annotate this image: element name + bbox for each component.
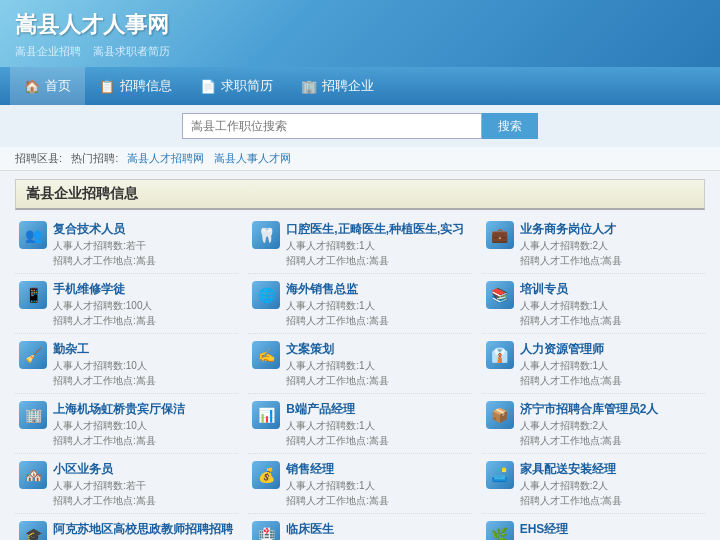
breadcrumb: 招聘区县: 热门招聘: 嵩县人才招聘网 嵩县人事人才网 [0,147,720,171]
job-title[interactable]: 口腔医生,正畸医生,种植医生,实习 [286,221,467,238]
job-meta: 人事人才招聘数:1人招聘人才工作地点:嵩县 [286,478,467,508]
job-icon: 👔 [486,341,514,369]
job-title[interactable]: 培训专员 [520,281,701,298]
job-list-item[interactable]: 🏘️ 小区业务员 人事人才招聘数:若干招聘人才工作地点:嵩县 [15,456,238,514]
job-list-item[interactable]: 🦷 口腔医生,正畸医生,种植医生,实习 人事人才招聘数:1人招聘人才工作地点:嵩… [248,216,471,274]
job-icon: 🛋️ [486,461,514,489]
job-icon: 💼 [486,221,514,249]
search-button[interactable]: 搜索 [482,113,538,139]
job-list-item[interactable]: 🌿 EHS经理 人事人才招聘数:1人招聘人才工作地点:嵩县 [482,516,705,540]
job-list-item[interactable]: 📚 培训专员 人事人才招聘数:1人招聘人才工作地点:嵩县 [482,276,705,334]
job-list-item[interactable]: 🏢 上海机场虹桥贵宾厅保洁 人事人才招聘数:10人招聘人才工作地点:嵩县 [15,396,238,454]
job-icon: 🌐 [252,281,280,309]
job-list-item[interactable]: 👔 人力资源管理师 人事人才招聘数:1人招聘人才工作地点:嵩县 [482,336,705,394]
section-header: 嵩县企业招聘信息 [15,179,705,210]
job-meta: 人事人才招聘数:2人招聘人才工作地点:嵩县 [520,418,701,448]
job-icon: 💰 [252,461,280,489]
job-details: 手机维修学徒 人事人才招聘数:100人招聘人才工作地点:嵩县 [53,281,234,328]
breadcrumb-link-1[interactable]: 嵩县人才招聘网 [127,152,204,164]
main-content: 嵩县企业招聘信息 👥 复合技术人员 人事人才招聘数:若干招聘人才工作地点:嵩县 … [0,171,720,540]
job-details: 小区业务员 人事人才招聘数:若干招聘人才工作地点:嵩县 [53,461,234,508]
job-title[interactable]: 济宁市招聘合库管理员2人 [520,401,701,418]
job-details: 人力资源管理师 人事人才招聘数:1人招聘人才工作地点:嵩县 [520,341,701,388]
job-title[interactable]: B端产品经理 [286,401,467,418]
nav-item-招聘企业[interactable]: 🏢招聘企业 [287,67,388,105]
site-subtitle: 嵩县企业招聘 嵩县求职者简历 [15,44,705,59]
job-details: 海外销售总监 人事人才招聘数:1人招聘人才工作地点:嵩县 [286,281,467,328]
breadcrumb-link-2[interactable]: 嵩县人事人才网 [214,152,291,164]
job-icon: 👥 [19,221,47,249]
job-icon: 📊 [252,401,280,429]
job-details: B端产品经理 人事人才招聘数:1人招聘人才工作地点:嵩县 [286,401,467,448]
nav-label: 招聘信息 [120,77,172,95]
job-meta: 人事人才招聘数:若干招聘人才工作地点:嵩县 [53,478,234,508]
job-title[interactable]: 复合技术人员 [53,221,234,238]
job-list-item[interactable]: 📊 B端产品经理 人事人才招聘数:1人招聘人才工作地点:嵩县 [248,396,471,454]
job-title[interactable]: 文案策划 [286,341,467,358]
job-title[interactable]: 上海机场虹桥贵宾厅保洁 [53,401,234,418]
job-meta: 人事人才招聘数:10人招聘人才工作地点:嵩县 [53,358,234,388]
job-details: 上海机场虹桥贵宾厅保洁 人事人才招聘数:10人招聘人才工作地点:嵩县 [53,401,234,448]
job-title[interactable]: 人力资源管理师 [520,341,701,358]
job-list-item[interactable]: 📦 济宁市招聘合库管理员2人 人事人才招聘数:2人招聘人才工作地点:嵩县 [482,396,705,454]
job-details: 口腔医生,正畸医生,种植医生,实习 人事人才招聘数:1人招聘人才工作地点:嵩县 [286,221,467,268]
subtitle-left[interactable]: 嵩县企业招聘 [15,45,81,57]
hot-label: 热门招聘: [71,152,118,164]
job-details: 业务商务岗位人才 人事人才招聘数:2人招聘人才工作地点:嵩县 [520,221,701,268]
job-details: 济宁市招聘合库管理员2人 人事人才招聘数:2人招聘人才工作地点:嵩县 [520,401,701,448]
job-title[interactable]: 家具配送安装经理 [520,461,701,478]
job-title[interactable]: 业务商务岗位人才 [520,221,701,238]
job-meta: 人事人才招聘数:1人招聘人才工作地点:嵩县 [286,298,467,328]
search-input[interactable] [182,113,482,139]
job-meta: 人事人才招聘数:1人招聘人才工作地点:嵩县 [520,298,701,328]
job-list-item[interactable]: 📱 手机维修学徒 人事人才招聘数:100人招聘人才工作地点:嵩县 [15,276,238,334]
job-list-item[interactable]: 🧹 勤杂工 人事人才招聘数:10人招聘人才工作地点:嵩县 [15,336,238,394]
navbar: 🏠首页📋招聘信息📄求职简历🏢招聘企业 [0,67,720,105]
nav-icon: 🏢 [301,79,317,94]
site-title: 嵩县人才人事网 [15,10,705,40]
subtitle-right[interactable]: 嵩县求职者简历 [93,45,170,57]
job-icon: ✍️ [252,341,280,369]
job-list-item[interactable]: 🎓 阿克苏地区高校思政教师招聘招聘 人事人才招聘数:若干招聘人才工作地点:嵩县 [15,516,238,540]
job-icon: 🎓 [19,521,47,540]
job-list-item[interactable]: 🏥 临床医生 人事人才招聘数:若干招聘人才工作地点:嵩县 [248,516,471,540]
job-icon: 📚 [486,281,514,309]
job-list-item[interactable]: 💰 销售经理 人事人才招聘数:1人招聘人才工作地点:嵩县 [248,456,471,514]
job-meta: 人事人才招聘数:若干招聘人才工作地点:嵩县 [53,238,234,268]
job-meta: 人事人才招聘数:100人招聘人才工作地点:嵩县 [53,298,234,328]
job-list-item[interactable]: 🛋️ 家具配送安装经理 人事人才招聘数:2人招聘人才工作地点:嵩县 [482,456,705,514]
job-title[interactable]: 销售经理 [286,461,467,478]
nav-icon: 🏠 [24,79,40,94]
job-details: EHS经理 人事人才招聘数:1人招聘人才工作地点:嵩县 [520,521,701,540]
job-title[interactable]: EHS经理 [520,521,701,538]
job-title[interactable]: 海外销售总监 [286,281,467,298]
job-icon: 🏘️ [19,461,47,489]
job-details: 勤杂工 人事人才招聘数:10人招聘人才工作地点:嵩县 [53,341,234,388]
job-details: 文案策划 人事人才招聘数:1人招聘人才工作地点:嵩县 [286,341,467,388]
job-title[interactable]: 阿克苏地区高校思政教师招聘招聘 [53,521,234,538]
job-grid: 👥 复合技术人员 人事人才招聘数:若干招聘人才工作地点:嵩县 🦷 口腔医生,正畸… [15,216,705,540]
nav-icon: 📋 [99,79,115,94]
nav-item-招聘信息[interactable]: 📋招聘信息 [85,67,186,105]
job-title[interactable]: 手机维修学徒 [53,281,234,298]
nav-item-求职简历[interactable]: 📄求职简历 [186,67,287,105]
nav-label: 求职简历 [221,77,273,95]
nav-label: 首页 [45,77,71,95]
job-list-item[interactable]: 🌐 海外销售总监 人事人才招聘数:1人招聘人才工作地点:嵩县 [248,276,471,334]
nav-item-首页[interactable]: 🏠首页 [10,67,85,105]
job-title[interactable]: 小区业务员 [53,461,234,478]
job-icon: 🏥 [252,521,280,540]
breadcrumb-label: 招聘区县: [15,152,62,164]
job-list-item[interactable]: 💼 业务商务岗位人才 人事人才招聘数:2人招聘人才工作地点:嵩县 [482,216,705,274]
job-details: 家具配送安装经理 人事人才招聘数:2人招聘人才工作地点:嵩县 [520,461,701,508]
search-bar: 搜索 [0,105,720,147]
job-details: 阿克苏地区高校思政教师招聘招聘 人事人才招聘数:若干招聘人才工作地点:嵩县 [53,521,234,540]
job-list-item[interactable]: ✍️ 文案策划 人事人才招聘数:1人招聘人才工作地点:嵩县 [248,336,471,394]
job-details: 培训专员 人事人才招聘数:1人招聘人才工作地点:嵩县 [520,281,701,328]
job-title[interactable]: 临床医生 [286,521,467,538]
job-list-item[interactable]: 👥 复合技术人员 人事人才招聘数:若干招聘人才工作地点:嵩县 [15,216,238,274]
job-title[interactable]: 勤杂工 [53,341,234,358]
job-details: 临床医生 人事人才招聘数:若干招聘人才工作地点:嵩县 [286,521,467,540]
job-icon: 📦 [486,401,514,429]
job-meta: 人事人才招聘数:1人招聘人才工作地点:嵩县 [286,418,467,448]
